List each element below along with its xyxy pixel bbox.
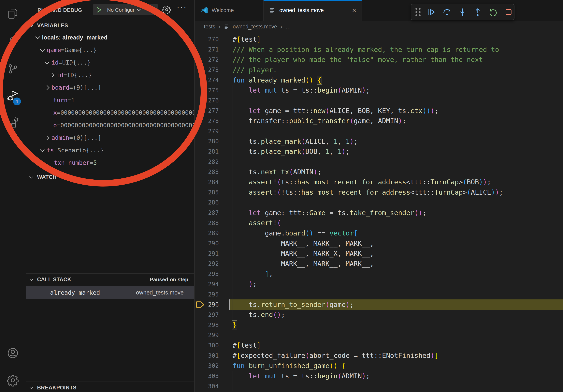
code-line[interactable]: 301#[expected_failure(abort_code = ttt::… — [195, 350, 563, 361]
line-number[interactable]: 289 — [206, 230, 219, 236]
line-number[interactable]: 293 — [206, 270, 219, 277]
chevron-down-icon[interactable] — [40, 147, 45, 152]
code-line[interactable]: 289 game.board() == vector[ — [195, 228, 563, 238]
stack-frame-row[interactable]: already_marked owned_tests.move — [26, 287, 194, 299]
code-line[interactable]: 283 ts.next_tx(ADMIN); — [195, 167, 563, 177]
tab-welcome[interactable]: Welcome — [195, 0, 264, 21]
line-number[interactable]: 272 — [206, 56, 219, 63]
line-number[interactable]: 286 — [206, 199, 219, 206]
chevron-down-icon[interactable] — [45, 60, 49, 64]
breakpoints-header[interactable]: BREAKPOINTS — [26, 382, 194, 392]
code-line[interactable]: 282 — [195, 157, 563, 167]
line-number[interactable]: 303 — [206, 372, 219, 379]
breadcrumb-symbol[interactable]: … — [285, 24, 291, 30]
code-line[interactable]: 304 — [195, 381, 563, 391]
breakpoint-gutter[interactable] — [195, 381, 206, 391]
line-number[interactable]: 280 — [206, 138, 219, 145]
line-number[interactable]: 290 — [206, 240, 219, 247]
breakpoint-gutter[interactable] — [195, 269, 206, 279]
explorer-icon[interactable] — [7, 8, 19, 20]
code-editor[interactable]: 270#[test]271/// When a position is alre… — [195, 33, 563, 392]
code-line[interactable]: 271/// When a position is already marked… — [195, 44, 563, 55]
settings-gear-icon[interactable] — [7, 374, 19, 386]
line-number[interactable]: 271 — [206, 46, 219, 53]
code-line[interactable]: 276 — [195, 95, 563, 105]
breakpoint-gutter[interactable] — [195, 238, 206, 248]
breakpoint-gutter[interactable] — [195, 116, 206, 126]
debug-settings-gear-icon[interactable] — [162, 5, 171, 14]
line-number[interactable]: 288 — [206, 220, 219, 226]
breakpoint-gutter[interactable] — [195, 300, 206, 310]
breakpoint-gutter[interactable] — [195, 371, 206, 381]
breakpoint-gutter[interactable] — [195, 157, 206, 167]
chevron-right-icon[interactable] — [45, 135, 49, 140]
line-number[interactable]: 291 — [206, 250, 219, 257]
code-line[interactable]: 277 let game = ttt::new(ALICE, BOB, KEY,… — [195, 105, 563, 116]
code-line[interactable]: 274fun already_marked() { — [195, 75, 563, 85]
breakpoint-gutter[interactable] — [195, 361, 206, 371]
code-line[interactable]: 303 let mut ts = ts::begin(ADMIN); — [195, 371, 563, 381]
account-icon[interactable] — [7, 347, 19, 359]
breakpoint-gutter[interactable] — [195, 259, 206, 269]
breakpoint-gutter[interactable] — [195, 208, 206, 218]
stop-button[interactable] — [504, 7, 513, 17]
line-number[interactable]: 292 — [206, 260, 219, 267]
breakpoint-gutter[interactable] — [195, 197, 206, 208]
breakpoint-gutter[interactable] — [195, 330, 206, 340]
breakpoint-gutter[interactable] — [195, 167, 206, 177]
line-number[interactable]: 285 — [206, 189, 219, 196]
source-control-icon[interactable] — [7, 63, 19, 75]
code-line[interactable]: 295 — [195, 289, 563, 300]
code-line[interactable]: 292 MARK__, MARK__, MARK__, — [195, 259, 563, 269]
line-number[interactable]: 278 — [206, 118, 219, 124]
breakpoint-gutter[interactable] — [195, 177, 206, 187]
line-number[interactable]: 276 — [206, 97, 219, 104]
restart-button[interactable] — [488, 7, 498, 17]
code-line[interactable]: 270#[test] — [195, 34, 563, 44]
drag-handle-icon[interactable] — [415, 8, 421, 16]
tab-owned-tests[interactable]: owned_tests.move × — [264, 0, 362, 21]
code-line[interactable]: 284 assert!(ts::has_most_recent_for_addr… — [195, 177, 563, 187]
code-line[interactable]: 293 ], — [195, 269, 563, 279]
code-line[interactable]: 288 assert!( — [195, 218, 563, 228]
continue-button[interactable] — [427, 7, 436, 17]
step-over-button[interactable] — [442, 7, 452, 17]
code-line[interactable]: 273/// player. — [195, 65, 563, 75]
line-number[interactable]: 283 — [206, 168, 219, 175]
breakpoint-gutter[interactable] — [195, 228, 206, 238]
variable-row[interactable]: o = 000000000000000000000000000000000000… — [26, 119, 194, 132]
breakpoint-gutter[interactable] — [195, 34, 206, 44]
line-number[interactable]: 281 — [206, 148, 219, 155]
start-debug-icon[interactable] — [95, 6, 102, 14]
code-line[interactable]: 275 let mut ts = ts::begin(ADMIN); — [195, 85, 563, 95]
code-line[interactable]: 272/// the player who made the "false" m… — [195, 54, 563, 65]
breakpoint-gutter[interactable] — [195, 136, 206, 146]
extensions-icon[interactable] — [7, 118, 19, 130]
breadcrumb-file[interactable]: owned_tests.move — [233, 24, 277, 30]
code-line[interactable]: 286 — [195, 197, 563, 208]
line-number[interactable]: 302 — [206, 362, 219, 369]
breakpoint-gutter[interactable] — [195, 320, 206, 330]
call-stack-header[interactable]: CALL STACK Paused on step — [26, 274, 194, 285]
code-line[interactable]: 298} — [195, 320, 563, 330]
code-line[interactable]: 280 ts.place_mark(ALICE, 1, 1); — [195, 136, 563, 146]
line-number[interactable]: 298 — [206, 322, 219, 328]
breakpoint-gutter[interactable] — [195, 85, 206, 95]
code-line[interactable]: 296 ts.return_to_sender(game); — [195, 300, 563, 310]
variable-row[interactable]: ts = Scenario{...} — [26, 144, 194, 157]
line-number[interactable]: 274 — [206, 77, 219, 83]
breakpoint-gutter[interactable] — [195, 146, 206, 157]
code-line[interactable]: 279 — [195, 126, 563, 136]
breakpoint-gutter[interactable] — [195, 340, 206, 351]
line-number[interactable]: 277 — [206, 107, 219, 114]
code-line[interactable]: 299 — [195, 330, 563, 340]
line-number[interactable]: 301 — [206, 352, 219, 359]
breakpoint-gutter[interactable] — [195, 248, 206, 259]
breadcrumb-folder[interactable]: tests — [204, 24, 215, 30]
line-number[interactable]: 297 — [206, 311, 219, 318]
breakpoint-gutter[interactable] — [195, 218, 206, 228]
watch-header[interactable]: WATCH — [26, 171, 194, 183]
breakpoint-gutter[interactable] — [195, 95, 206, 105]
line-number[interactable]: 296 — [206, 301, 219, 308]
close-icon[interactable]: × — [352, 7, 356, 14]
